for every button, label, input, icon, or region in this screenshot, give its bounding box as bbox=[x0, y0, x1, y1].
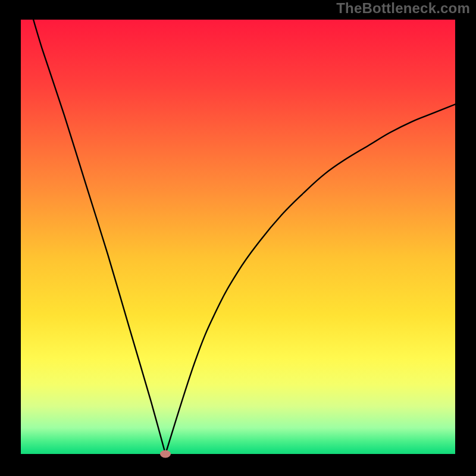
plot-area bbox=[21, 20, 455, 454]
bottleneck-curve bbox=[21, 20, 455, 454]
watermark-label: TheBottleneck.com bbox=[336, 0, 470, 17]
minimum-marker bbox=[160, 450, 171, 458]
chart-frame: TheBottleneck.com bbox=[0, 0, 476, 476]
